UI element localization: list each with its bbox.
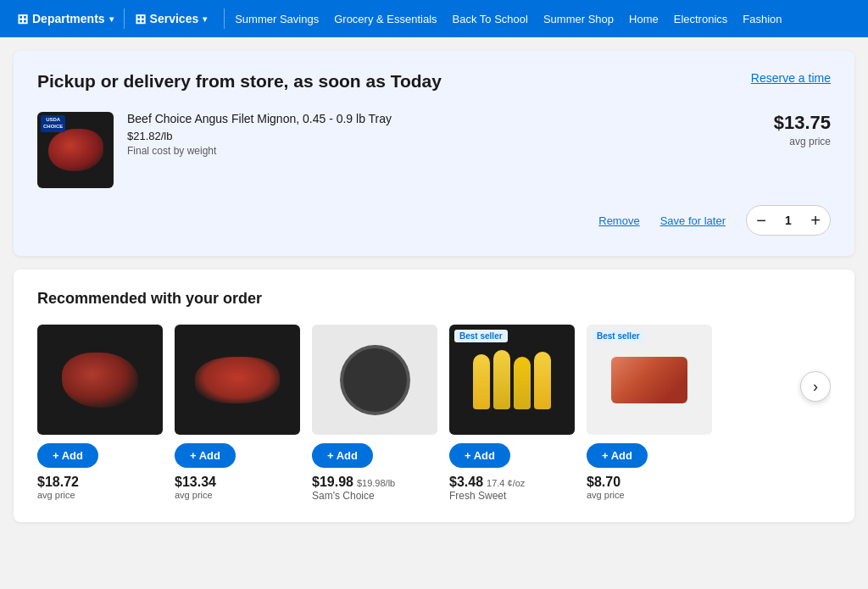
rec-item-5-add-button[interactable]: + Add: [587, 443, 648, 468]
save-for-later-link[interactable]: Save for later: [660, 214, 726, 227]
rec-item-4-price-row: $3.48 17.4 ¢/oz: [449, 475, 575, 490]
nav-link-electronics[interactable]: Electronics: [674, 13, 728, 25]
rec-item-5-price: $8.70: [587, 475, 712, 490]
rec-item-4-best-seller-badge: Best seller: [454, 330, 508, 342]
rec-item-3-price-row: $19.98 $19.98/lb: [312, 475, 437, 490]
nav-link-summer-shop[interactable]: Summer Shop: [543, 13, 614, 25]
pickup-card: Pickup or delivery from store, as soon a…: [14, 51, 854, 256]
rec-item-1-price: $18.72: [37, 475, 163, 490]
rec-item-3-add-button[interactable]: + Add: [312, 443, 373, 468]
rec-item-2: + Add $13.34 avg price: [175, 325, 300, 500]
rec-item-4-per-unit: 17.4 ¢/oz: [487, 478, 525, 488]
rec-item-3-image: [312, 325, 437, 435]
rec-item-5-avg: avg price: [587, 490, 712, 500]
pickup-title: Pickup or delivery from store, as soon a…: [37, 71, 442, 92]
product-final-cost-note: Final cost by weight: [127, 145, 760, 157]
services-chevron-icon: ▾: [203, 14, 207, 24]
rec-item-1: + Add $18.72 avg price: [37, 325, 163, 500]
quantity-decrease-button[interactable]: −: [747, 206, 776, 235]
rec-item-4: Best seller + Add $3.48 17.4 ¢/oz: [449, 325, 575, 502]
rec-item-2-avg: avg price: [175, 490, 300, 500]
steak1-visual: [62, 353, 138, 408]
main-content: Pickup or delivery from store, as soon a…: [0, 37, 868, 589]
salmon-visual: [611, 357, 687, 403]
rec-item-4-add-button[interactable]: + Add: [449, 443, 510, 468]
nav-link-summer-savings[interactable]: Summer Savings: [235, 13, 319, 25]
rec-item-5-best-seller-badge: Best seller: [592, 330, 645, 342]
rec-item-1-image: [37, 325, 163, 435]
nav-link-grocery-essentials[interactable]: Grocery & Essentials: [334, 13, 437, 25]
rec-item-3-orig-price: $19.98/lb: [357, 478, 395, 488]
product-name: Beef Choice Angus Filet Mignon, 0.45 - 0…: [127, 112, 760, 125]
rec-item-4-name: Fresh Sweet: [449, 490, 575, 502]
remove-link[interactable]: Remove: [598, 214, 639, 227]
rec-item-3: + Add $19.98 $19.98/lb Sam's Choice: [312, 325, 437, 502]
rec-item-2-add-button[interactable]: + Add: [175, 443, 236, 468]
product-image: USDACHOICE: [37, 112, 114, 188]
product-info: Beef Choice Angus Filet Mignon, 0.45 - 0…: [127, 112, 760, 157]
nav-pipe: [224, 8, 225, 29]
recommended-list: + Add $18.72 avg price + Add $13.34 avg …: [37, 325, 831, 502]
product-price-per-lb: $21.82/lb: [127, 130, 760, 142]
departments-menu[interactable]: ⊞ Departments ▾: [10, 11, 120, 27]
product-price-block: $13.75 avg price: [774, 112, 831, 147]
steak-visual: [48, 129, 103, 171]
carousel-next-button[interactable]: ›: [800, 371, 831, 402]
quantity-control: − 1 +: [746, 205, 831, 236]
rec-item-3-name: Sam's Choice: [312, 490, 437, 502]
services-menu[interactable]: ⊞ Services ▾: [128, 11, 214, 27]
recommended-card: Recommended with your order + Add $18.72…: [14, 269, 854, 522]
steak2-visual: [195, 357, 280, 403]
nav-link-back-to-school[interactable]: Back To School: [453, 13, 528, 25]
services-label: Services: [150, 12, 199, 25]
departments-grid-icon: ⊞: [17, 11, 28, 27]
rec-item-5-image-wrap: Best seller: [587, 325, 712, 435]
reserve-time-link[interactable]: Reserve a time: [751, 71, 831, 85]
nav-links: Summer Savings Grocery & Essentials Back…: [235, 13, 782, 25]
rec-item-4-image-wrap: Best seller: [449, 325, 575, 435]
usda-badge: USDACHOICE: [41, 115, 65, 132]
rec-item-1-add-button[interactable]: + Add: [37, 443, 98, 468]
rec-item-2-price: $13.34: [175, 475, 300, 490]
recommended-title: Recommended with your order: [37, 290, 831, 308]
rec-item-2-image: [175, 325, 300, 435]
pickup-header: Pickup or delivery from store, as soon a…: [37, 71, 831, 92]
departments-chevron-icon: ▾: [109, 14, 114, 24]
product-row: USDACHOICE Beef Choice Angus Filet Migno…: [37, 112, 831, 188]
truffle-visual: [343, 348, 407, 412]
nav-link-fashion[interactable]: Fashion: [743, 13, 782, 25]
rec-item-4-price: $3.48: [449, 475, 483, 490]
product-main-price: $13.75: [774, 112, 831, 134]
rec-item-1-avg: avg price: [37, 490, 163, 500]
nav-divider-1: [124, 8, 125, 29]
quantity-increase-button[interactable]: +: [801, 206, 830, 235]
rec-item-5: Best seller + Add $8.70 avg price: [587, 325, 712, 500]
corn-visual: [473, 350, 551, 409]
departments-label: Departments: [32, 12, 105, 25]
actions-row: Remove Save for later − 1 +: [37, 205, 831, 236]
top-nav: ⊞ Departments ▾ ⊞ Services ▾ Summer Savi…: [0, 0, 868, 37]
services-grid-icon: ⊞: [135, 11, 146, 27]
quantity-value: 1: [776, 214, 801, 227]
nav-link-home[interactable]: Home: [629, 13, 659, 25]
rec-item-3-price: $19.98: [312, 475, 353, 490]
product-avg-label: avg price: [789, 136, 831, 147]
